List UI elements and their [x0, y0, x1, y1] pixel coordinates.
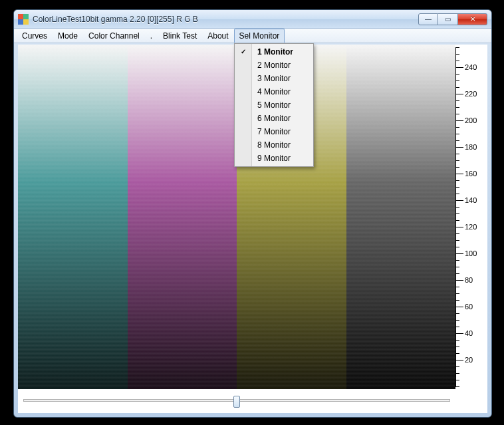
ruler-major-tick — [455, 67, 463, 68]
ruler-label: 120 — [465, 223, 477, 231]
monitor-option[interactable]: 8 Monitor — [236, 138, 312, 152]
ruler-label: 240 — [465, 63, 477, 71]
monitor-option-label: 1 Monitor — [257, 47, 293, 57]
ruler-label: 160 — [465, 170, 477, 178]
menubar: CurvesModeColor Channel.Blink TestAboutS… — [14, 29, 491, 43]
ruler-major-tick — [455, 253, 463, 254]
ruler-label: 100 — [465, 249, 477, 257]
ruler-label: 40 — [465, 329, 473, 337]
ruler-major-tick — [455, 147, 463, 148]
ruler-major-tick — [455, 280, 463, 281]
app-window: ColorLineTest10bit gamma 2.20 [0][255] R… — [13, 9, 492, 418]
ruler-label: 180 — [465, 143, 477, 151]
ruler-label: 80 — [465, 276, 473, 284]
ruler-major-tick — [455, 360, 463, 360]
menu-about[interactable]: About — [202, 29, 233, 43]
close-icon: ✕ — [470, 15, 475, 23]
window-title: ColorLineTest10bit gamma 2.20 [0][255] R… — [33, 15, 198, 24]
monitor-option[interactable]: 3 Monitor — [236, 72, 312, 85]
monitor-option-label: 3 Monitor — [257, 74, 291, 83]
ruler-major-tick — [455, 307, 463, 307]
horizontal-slider[interactable] — [23, 394, 450, 406]
monitor-option[interactable]: 6 Monitor — [236, 112, 312, 125]
sel-monitor-dropdown: ✓1 Monitor2 Monitor3 Monitor4 Monitor5 M… — [234, 43, 314, 167]
monitor-option-label: 4 Monitor — [257, 87, 291, 96]
menu-color-channel[interactable]: Color Channel — [83, 29, 145, 43]
menu--[interactable]: . — [145, 29, 158, 43]
ruler-label: 200 — [465, 116, 477, 124]
titlebar[interactable]: ColorLineTest10bit gamma 2.20 [0][255] R… — [14, 10, 491, 29]
gradient-column-cyan — [18, 45, 128, 389]
ruler-label: 140 — [465, 196, 477, 204]
monitor-option-label: 2 Monitor — [257, 61, 291, 70]
monitor-option[interactable]: 9 Monitor — [236, 152, 312, 165]
slider-thumb[interactable] — [233, 396, 240, 408]
menu-blink-test[interactable]: Blink Test — [158, 29, 202, 43]
check-icon: ✓ — [241, 48, 246, 55]
ruler-label: 20 — [465, 356, 473, 364]
gradient-column-gray — [346, 45, 456, 389]
value-ruler: 24022020018016014012010080604020 — [455, 45, 487, 389]
menu-curves[interactable]: Curves — [17, 29, 53, 43]
ruler-major-tick — [455, 227, 463, 227]
monitor-option[interactable]: 5 Monitor — [236, 98, 312, 112]
ruler-major-tick — [455, 333, 463, 334]
minimize-icon: — — [425, 15, 432, 23]
monitor-option[interactable]: ✓1 Monitor — [236, 45, 312, 59]
ruler-major-tick — [455, 120, 463, 121]
close-button[interactable]: ✕ — [458, 13, 487, 25]
menu-mode[interactable]: Mode — [53, 29, 83, 43]
monitor-option-label: 5 Monitor — [257, 100, 291, 110]
monitor-option-label: 8 Monitor — [257, 140, 291, 150]
monitor-option-label: 9 Monitor — [257, 154, 291, 163]
monitor-option-label: 6 Monitor — [257, 114, 291, 123]
ruler-major-tick — [455, 200, 463, 201]
monitor-option[interactable]: 7 Monitor — [236, 125, 312, 138]
maximize-button[interactable]: ▭ — [438, 13, 458, 25]
monitor-option[interactable]: 4 Monitor — [236, 85, 312, 98]
app-icon — [18, 14, 29, 25]
maximize-icon: ▭ — [445, 15, 451, 23]
monitor-option-label: 7 Monitor — [257, 127, 291, 136]
ruler-major-tick — [455, 94, 463, 94]
ruler-label: 220 — [465, 90, 477, 98]
monitor-option[interactable]: 2 Monitor — [236, 59, 312, 72]
menu-sel-monitor[interactable]: Sel Monitor — [234, 29, 285, 43]
ruler-label: 60 — [465, 303, 473, 311]
gradient-column-magenta — [128, 45, 237, 389]
ruler-major-tick — [455, 174, 463, 174]
minimize-button[interactable]: — — [418, 13, 438, 25]
